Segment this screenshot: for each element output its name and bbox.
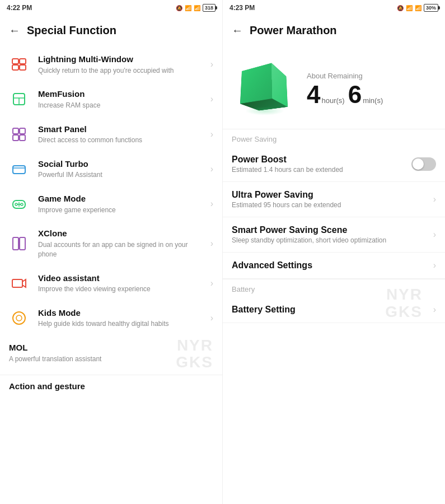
- right-battery-indicator: 30%: [424, 4, 438, 12]
- battery-setting-label: Battery Setting: [232, 305, 427, 315]
- game-mode-icon: [9, 194, 29, 214]
- battery-setting-text: Battery Setting: [232, 305, 427, 315]
- smart-panel-label: Smart Panel: [38, 124, 202, 135]
- remaining-hours: 4: [307, 82, 320, 107]
- right-header: ← Power Marathon: [223, 16, 445, 45]
- svg-point-19: [16, 315, 22, 321]
- battery-setting-item[interactable]: Battery Setting ›: [223, 297, 445, 323]
- smart-panel-chevron: ›: [210, 129, 213, 139]
- left-time: 4:22 PM: [7, 4, 32, 12]
- power-boost-item[interactable]: Power Boost Estimated 1.4 hours can be e…: [223, 147, 445, 182]
- action-gestures-label: Action and gesture: [9, 381, 213, 392]
- left-panel: 4:22 PM 🔕 📶 📶 318 ← Special Function: [0, 0, 222, 504]
- smart-panel-text: Smart Panel Direct access to common func…: [38, 124, 202, 145]
- video-assistant-text: Video assistant Improve the video viewin…: [38, 273, 202, 294]
- battery-section-header: Battery: [223, 279, 445, 297]
- power-boost-toggle[interactable]: [411, 157, 436, 171]
- battery-setting-chevron: ›: [433, 305, 436, 315]
- smart-power-saving-chevron: ›: [433, 230, 436, 240]
- wifi-icon-right: 📶: [415, 5, 421, 11]
- memfusion-chevron: ›: [210, 94, 213, 104]
- lightning-multi-window-label: Lightning Multi-Window: [38, 54, 202, 65]
- kids-mode-label: Kids Mode: [38, 307, 202, 319]
- right-status-bar: 4:23 PM 🔕 📶 📶 30%: [223, 0, 445, 16]
- smart-panel-desc: Direct access to common functions: [38, 136, 202, 145]
- svg-rect-8: [20, 135, 25, 141]
- left-footer: MOL A powerful translation assistant NYR…: [0, 335, 222, 375]
- advanced-settings-text: Advanced Settings: [232, 260, 427, 270]
- social-turbo-desc: Powerful IM Assistant: [38, 170, 202, 180]
- mol-desc: A powerful translation assistant: [9, 354, 213, 364]
- xclone-icon: [9, 234, 29, 254]
- social-turbo-label: Social Turbo: [38, 158, 202, 170]
- remaining-minutes: 6: [348, 82, 362, 107]
- advanced-settings-chevron: ›: [433, 260, 436, 270]
- xclone-chevron: ›: [210, 239, 213, 249]
- smart-power-saving-scene-item[interactable]: Smart Power Saving Scene Sleep standby o…: [223, 217, 445, 253]
- kids-mode-desc: Help guide kids toward healthy digital h…: [38, 319, 202, 329]
- video-assistant-icon: [9, 273, 29, 293]
- cube-container: [234, 58, 296, 120]
- remaining-hours-unit: hour(s): [321, 96, 344, 105]
- menu-item-memfusion[interactable]: MemFusion Increase RAM space ›: [0, 82, 222, 116]
- menu-item-smart-panel[interactable]: Smart Panel Direct access to common func…: [0, 117, 222, 152]
- svg-rect-3: [20, 65, 26, 70]
- wifi-icon: 📶: [194, 5, 200, 11]
- left-back-button[interactable]: ←: [9, 24, 20, 37]
- remaining-info: About Remaining 4 hour(s) 6 min(s): [307, 72, 434, 107]
- video-assistant-desc: Improve the video viewing experience: [38, 284, 202, 294]
- ultra-power-saving-chevron: ›: [433, 194, 436, 204]
- left-status-bar: 4:22 PM 🔕 📶 📶 318: [0, 0, 222, 16]
- menu-item-xclone[interactable]: XClone Dual accounts for an app can be s…: [0, 221, 222, 265]
- video-assistant-chevron: ›: [210, 278, 213, 288]
- lightning-multi-window-text: Lightning Multi-Window Quickly return to…: [38, 54, 202, 75]
- cube-shadow: [245, 106, 284, 115]
- menu-item-social-turbo[interactable]: Social Turbo Powerful IM Assistant ›: [0, 152, 222, 186]
- bluetooth-icon: 📶: [185, 5, 191, 11]
- ultra-power-saving-label: Ultra Power Saving: [232, 190, 427, 200]
- advanced-settings-item[interactable]: Advanced Settings ›: [223, 253, 445, 279]
- smart-panel-icon: [9, 124, 29, 144]
- right-back-button[interactable]: ←: [232, 24, 243, 37]
- menu-item-video-assistant[interactable]: Video assistant Improve the video viewin…: [0, 266, 222, 301]
- svg-rect-2: [12, 65, 18, 70]
- ultra-power-saving-desc: Estimated 95 hours can be extended: [232, 201, 427, 209]
- svg-rect-15: [13, 237, 18, 250]
- lightning-multi-window-desc: Quickly return to the app you're occupie…: [38, 66, 202, 76]
- memfusion-label: MemFusion: [38, 88, 202, 100]
- remaining-value: 4 hour(s) 6 min(s): [307, 82, 383, 107]
- svg-point-11: [15, 203, 17, 206]
- menu-item-game-mode[interactable]: Game Mode Improve game experience ›: [0, 186, 222, 221]
- xclone-label: XClone: [38, 228, 202, 239]
- game-mode-label: Game Mode: [38, 193, 202, 204]
- game-mode-text: Game Mode Improve game experience: [38, 193, 202, 214]
- left-menu-list: Lightning Multi-Window Quickly return to…: [0, 45, 222, 504]
- action-gestures-item[interactable]: Action and gesture: [0, 375, 222, 399]
- right-time: 4:23 PM: [229, 4, 255, 12]
- svg-rect-16: [20, 237, 25, 250]
- svg-point-12: [21, 203, 23, 206]
- lightning-multi-window-icon: [9, 54, 29, 74]
- social-turbo-icon: [9, 159, 29, 179]
- video-assistant-label: Video assistant: [38, 273, 202, 284]
- battery-setting-wrapper: Battery Setting › NYRGKS: [223, 297, 445, 323]
- action-gestures-text: Action and gesture: [9, 381, 213, 392]
- kids-mode-text: Kids Mode Help guide kids toward healthy…: [38, 307, 202, 329]
- power-saving-section-header: Power Saving: [223, 129, 445, 147]
- smart-power-saving-desc: Sleep standby optimization, short video …: [232, 236, 427, 244]
- svg-rect-0: [12, 59, 18, 64]
- smart-power-saving-text: Smart Power Saving Scene Sleep standby o…: [232, 225, 427, 244]
- menu-item-lightning-multi-window[interactable]: Lightning Multi-Window Quickly return to…: [0, 47, 222, 82]
- silent-icon-right: 🔕: [397, 5, 404, 11]
- memfusion-text: MemFusion Increase RAM space: [38, 88, 202, 110]
- remaining-label: About Remaining: [307, 72, 363, 80]
- svg-rect-5: [13, 128, 18, 134]
- xclone-desc: Dual accounts for an app can be signed i…: [38, 240, 202, 259]
- ultra-power-saving-item[interactable]: Ultra Power Saving Estimated 95 hours ca…: [223, 182, 445, 217]
- right-page-title: Power Marathon: [250, 24, 337, 37]
- xclone-text: XClone Dual accounts for an app can be s…: [38, 228, 202, 259]
- bluetooth-icon-right: 📶: [406, 5, 413, 11]
- left-page-title: Special Function: [27, 24, 116, 37]
- menu-item-kids-mode[interactable]: Kids Mode Help guide kids toward healthy…: [0, 301, 222, 335]
- battery-cube: [250, 70, 280, 108]
